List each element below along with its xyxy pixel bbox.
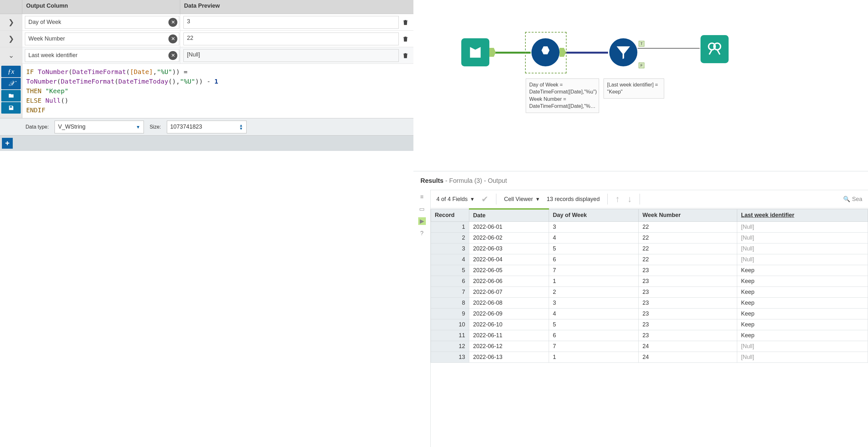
cell-date: 2022-06-01 — [469, 222, 549, 233]
formula-tool[interactable] — [531, 38, 560, 66]
cell-dow: 1 — [549, 276, 638, 287]
filter-tool[interactable] — [609, 38, 638, 66]
fx-functions-button[interactable]: ƒx — [1, 66, 21, 77]
cell-week: 23 — [639, 265, 737, 276]
col-dow[interactable]: Day of Week — [549, 209, 638, 222]
data-icon[interactable]: ▶ — [418, 217, 426, 225]
output-column-input[interactable] — [25, 33, 179, 45]
chevron-right-icon: ❯ — [8, 18, 14, 27]
cell-record: 13 — [431, 352, 469, 363]
cell-record: 4 — [431, 254, 469, 265]
x-columns-button[interactable]: 𝒳 — [1, 78, 21, 89]
cell-last: Keep — [737, 287, 868, 298]
cell-date: 2022-06-09 — [469, 308, 549, 319]
true-anchor[interactable]: T — [639, 41, 644, 47]
false-anchor[interactable]: F — [639, 63, 644, 68]
output-column-input[interactable] — [25, 16, 179, 29]
delete-icon[interactable] — [401, 51, 410, 60]
table-row[interactable]: 32022-06-03522[Null] — [431, 243, 868, 254]
cell-last: Keep — [737, 319, 868, 330]
table-row[interactable]: 132022-06-13124[Null] — [431, 352, 868, 363]
config-row-week-number: ❯ ✕ 22 — [0, 31, 413, 47]
chevron-down-icon: ▼ — [136, 124, 141, 129]
folder-button[interactable] — [1, 90, 21, 101]
datatype-label: Data type: — [26, 124, 49, 130]
cell-date: 2022-06-13 — [469, 352, 549, 363]
table-row[interactable]: 92022-06-09423Keep — [431, 308, 868, 319]
cell-last: Keep — [737, 298, 868, 308]
browse-tool[interactable] — [701, 35, 728, 63]
cell-date: 2022-06-05 — [469, 265, 549, 276]
cell-week: 23 — [639, 276, 737, 287]
list-icon[interactable]: ≡ — [418, 193, 426, 201]
metadata-icon[interactable]: ▭ — [418, 205, 426, 213]
cell-record: 8 — [431, 298, 469, 308]
clear-icon[interactable]: ✕ — [168, 51, 177, 60]
table-row[interactable]: 42022-06-04622[Null] — [431, 254, 868, 265]
cell-week: 22 — [639, 254, 737, 265]
table-row[interactable]: 82022-06-08323Keep — [431, 298, 868, 308]
clear-icon[interactable]: ✕ — [168, 18, 177, 27]
cell-last: [Null] — [737, 341, 868, 352]
clear-icon[interactable]: ✕ — [168, 34, 177, 43]
formula-text[interactable]: IF ToNumber(DateTimeFormat([Date],"%U"))… — [22, 64, 413, 118]
table-row[interactable]: 62022-06-06123Keep — [431, 276, 868, 287]
fields-dropdown[interactable]: 4 of 4 Fields ▾ — [436, 196, 474, 203]
expand-toggle[interactable]: ❯ — [0, 31, 22, 47]
cell-dow: 3 — [549, 222, 638, 233]
input-data-tool[interactable] — [461, 38, 489, 66]
cell-last: Keep — [737, 330, 868, 341]
col-date[interactable]: Date — [469, 209, 549, 222]
datatype-select[interactable]: V_WString ▼ — [55, 121, 144, 133]
cell-last: [Null] — [737, 243, 868, 254]
table-row[interactable]: 22022-06-02422[Null] — [431, 233, 868, 243]
up-arrow-icon[interactable]: ↑ — [615, 194, 620, 204]
add-expression-button[interactable]: + — [2, 138, 13, 149]
results-table[interactable]: Record Date Day of Week Week Number Last… — [431, 208, 868, 363]
workflow-canvas[interactable]: T F Day of Week = DateTimeFormat([Date],… — [413, 0, 868, 171]
col-record[interactable]: Record — [431, 209, 469, 222]
config-row-day-of-week: ❯ ✕ 3 — [0, 14, 413, 31]
cell-record: 3 — [431, 243, 469, 254]
table-row[interactable]: 72022-06-07223Keep — [431, 287, 868, 298]
search-box[interactable]: 🔍 Sea — [843, 196, 862, 203]
table-row[interactable]: 102022-06-10523Keep — [431, 319, 868, 330]
cell-record: 12 — [431, 341, 469, 352]
apply-check-icon[interactable]: ✔ — [482, 194, 488, 204]
down-arrow-icon[interactable]: ↓ — [627, 194, 632, 204]
cell-viewer-dropdown[interactable]: Cell Viewer ▾ — [504, 196, 539, 203]
preview-value: 22 — [183, 33, 399, 45]
table-row[interactable]: 112022-06-11623Keep — [431, 330, 868, 341]
output-anchor[interactable] — [489, 48, 496, 57]
cell-last: [Null] — [737, 254, 868, 265]
table-row[interactable]: 12022-06-01322[Null] — [431, 222, 868, 233]
col-week[interactable]: Week Number — [639, 209, 737, 222]
data-preview-header: Data Preview — [180, 0, 413, 14]
table-row[interactable]: 122022-06-12724[Null] — [431, 341, 868, 352]
formula-config-panel: Output Column Data Preview ❯ ✕ 3 ❯ ✕ 22 — [0, 0, 413, 151]
cell-dow: 5 — [549, 243, 638, 254]
col-last[interactable]: Last week identifier — [737, 209, 868, 222]
cell-date: 2022-06-04 — [469, 254, 549, 265]
cell-last: [Null] — [737, 222, 868, 233]
delete-icon[interactable] — [401, 34, 410, 44]
table-row[interactable]: 52022-06-05723Keep — [431, 265, 868, 276]
help-icon[interactable]: ? — [418, 230, 426, 237]
config-header: Output Column Data Preview — [0, 0, 413, 14]
cell-dow: 1 — [549, 352, 638, 363]
formula-toolbar: ƒx 𝒳 — [0, 64, 22, 118]
size-input[interactable]: 1073741823 ▲▼ — [167, 121, 247, 133]
records-count: 13 records displayed — [547, 196, 600, 203]
cell-record: 2 — [431, 233, 469, 243]
collapse-toggle[interactable]: ⌄ — [0, 47, 22, 63]
expand-toggle[interactable]: ❯ — [0, 14, 22, 30]
save-button[interactable] — [1, 102, 21, 114]
output-column-input[interactable] — [25, 49, 179, 62]
add-expression-row: + — [0, 136, 413, 151]
cell-record: 9 — [431, 308, 469, 319]
cell-date: 2022-06-12 — [469, 341, 549, 352]
preview-value: 3 — [183, 16, 399, 29]
output-column-header: Output Column — [22, 0, 180, 14]
size-spinner[interactable]: ▲▼ — [239, 124, 243, 130]
delete-icon[interactable] — [401, 18, 410, 27]
